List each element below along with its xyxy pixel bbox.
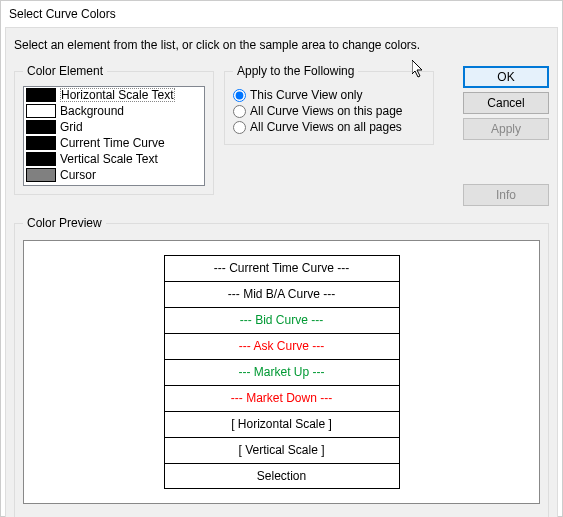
color-element-item[interactable]: Grid <box>24 119 204 135</box>
preview-row[interactable]: --- Market Up --- <box>164 359 400 385</box>
color-swatch <box>26 168 56 182</box>
apply-to-legend: Apply to the Following <box>233 64 358 78</box>
color-swatch <box>26 152 56 166</box>
apply-to-radio[interactable] <box>233 121 246 134</box>
color-swatch <box>26 104 56 118</box>
color-preview-legend: Color Preview <box>23 216 106 230</box>
dialog-window: Select Curve Colors Select an element fr… <box>0 0 563 517</box>
preview-row[interactable]: --- Ask Curve --- <box>164 333 400 359</box>
color-swatch <box>26 120 56 134</box>
color-element-item[interactable]: Current Time Curve <box>24 135 204 151</box>
apply-to-radio[interactable] <box>233 89 246 102</box>
preview-row[interactable]: --- Mid B/A Curve --- <box>164 281 400 307</box>
color-swatch <box>26 136 56 150</box>
button-column: OK Cancel Apply Info <box>463 64 549 206</box>
color-element-item[interactable]: Cursor <box>24 167 204 183</box>
color-preview-group: Color Preview --- Current Time Curve ---… <box>14 216 549 517</box>
apply-to-radio[interactable] <box>233 105 246 118</box>
instruction-text: Select an element from the list, or clic… <box>14 38 549 52</box>
color-element-legend: Color Element <box>23 64 107 78</box>
top-row: Color Element Horizontal Scale TextBackg… <box>14 64 549 206</box>
apply-button[interactable]: Apply <box>463 118 549 140</box>
preview-row[interactable]: --- Bid Curve --- <box>164 307 400 333</box>
preview-row[interactable]: [ Vertical Scale ] <box>164 437 400 463</box>
apply-to-option[interactable]: All Curve Views on all pages <box>233 120 425 134</box>
color-element-item[interactable]: Background <box>24 103 204 119</box>
dialog-title: Select Curve Colors <box>1 1 562 23</box>
color-element-label: Vertical Scale Text <box>60 152 158 166</box>
apply-to-group: Apply to the Following This Curve View o… <box>224 64 434 145</box>
apply-to-option[interactable]: All Curve Views on this page <box>233 104 425 118</box>
color-element-item[interactable]: Vertical Scale Text <box>24 151 204 167</box>
color-swatch <box>26 88 56 102</box>
preview-row[interactable]: --- Market Down --- <box>164 385 400 411</box>
apply-to-label: This Curve View only <box>250 88 363 102</box>
cancel-button[interactable]: Cancel <box>463 92 549 114</box>
preview-row[interactable]: [ Horizontal Scale ] <box>164 411 400 437</box>
ok-button[interactable]: OK <box>463 66 549 88</box>
apply-to-option[interactable]: This Curve View only <box>233 88 425 102</box>
color-element-label: Background <box>60 104 124 118</box>
apply-to-label: All Curve Views on this page <box>250 104 403 118</box>
button-spacer <box>463 144 549 180</box>
color-preview-area[interactable]: --- Current Time Curve ------ Mid B/A Cu… <box>23 240 540 504</box>
color-element-item[interactable]: Horizontal Scale Text <box>24 87 204 103</box>
info-button[interactable]: Info <box>463 184 549 206</box>
color-element-label: Horizontal Scale Text <box>60 88 175 102</box>
preview-row[interactable]: Selection <box>164 463 400 489</box>
color-element-group: Color Element Horizontal Scale TextBackg… <box>14 64 214 195</box>
dialog-content: Select an element from the list, or clic… <box>5 27 558 517</box>
color-element-listbox[interactable]: Horizontal Scale TextBackgroundGridCurre… <box>23 86 205 186</box>
color-element-label: Current Time Curve <box>60 136 165 150</box>
color-element-label: Grid <box>60 120 83 134</box>
preview-row[interactable]: --- Current Time Curve --- <box>164 255 400 281</box>
apply-to-label: All Curve Views on all pages <box>250 120 402 134</box>
color-element-label: Cursor <box>60 168 96 182</box>
